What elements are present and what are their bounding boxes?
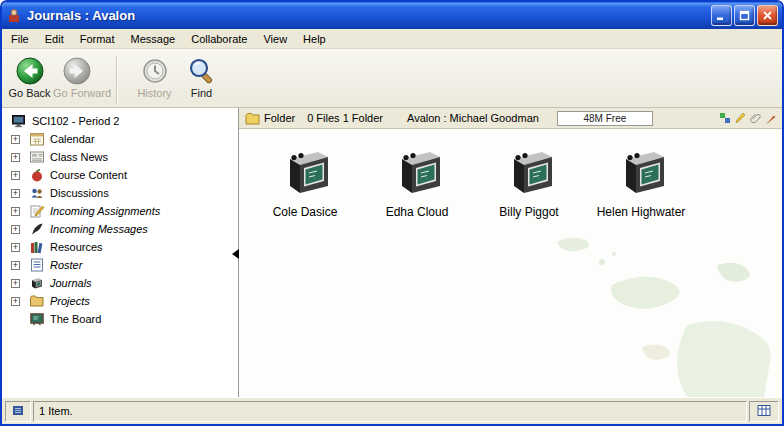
expander-icon[interactable]: [11, 135, 20, 144]
menu-file[interactable]: File: [3, 29, 37, 48]
tree-item-label: Resources: [50, 241, 103, 253]
menu-bar: File Edit Format Message Collaborate Vie…: [2, 29, 782, 49]
tree-item-label: Discussions: [50, 187, 109, 199]
computer-icon: [11, 113, 27, 129]
expander-icon[interactable]: [11, 279, 20, 288]
find-button[interactable]: Find: [178, 52, 225, 99]
expander-icon[interactable]: [11, 261, 20, 270]
find-label: Find: [178, 87, 225, 99]
tree-item-discussions[interactable]: Discussions: [2, 184, 238, 202]
app-icon: [6, 8, 22, 24]
chalkboard-icon: [29, 311, 45, 327]
expander-icon[interactable]: [11, 171, 20, 180]
toolbar: Go Back Go Forward History: [2, 49, 782, 108]
history-icon: [131, 54, 178, 87]
tree-item-label: Calendar: [50, 133, 95, 145]
pencil-icon[interactable]: [734, 112, 746, 124]
history-button: History: [131, 52, 178, 99]
tree-item-label: Roster: [50, 259, 82, 271]
history-label: History: [131, 87, 178, 99]
tree-item-label: Journals: [50, 277, 92, 289]
back-arrow-icon: [6, 54, 53, 87]
journal-name: Helen Highwater: [597, 205, 686, 219]
journal-name: Edha Cloud: [386, 205, 449, 219]
view-toggle-icon[interactable]: [719, 112, 731, 124]
expander-icon[interactable]: [11, 225, 20, 234]
journal-book-icon: [500, 148, 558, 200]
clip-icon[interactable]: [749, 112, 761, 124]
pane-collapse-arrow[interactable]: [232, 249, 239, 259]
status-right-panel: [749, 401, 779, 422]
close-button[interactable]: [757, 5, 778, 26]
content-header: Folder 0 Files 1 Folder Avalon : Michael…: [239, 108, 782, 129]
expander-icon[interactable]: [11, 297, 20, 306]
tree-item-course-content[interactable]: Course Content: [2, 166, 238, 184]
menu-help[interactable]: Help: [295, 29, 334, 48]
tree-item-class-news[interactable]: Class News: [2, 148, 238, 166]
tree-item-label: Class News: [50, 151, 108, 163]
map-watermark: [462, 207, 782, 397]
tree-item-projects[interactable]: Projects: [2, 292, 238, 310]
tree-item-label: The Board: [50, 313, 101, 325]
item-type-label: Folder: [264, 112, 295, 124]
status-bar: 1 Item.: [2, 397, 782, 424]
journal-mini-icon: [12, 404, 24, 419]
newspaper-icon: [29, 149, 45, 165]
content-pane: Folder 0 Files 1 Folder Avalon : Michael…: [239, 108, 782, 397]
menu-edit[interactable]: Edit: [37, 29, 72, 48]
tree-item-label: Incoming Messages: [50, 223, 148, 235]
magnifier-icon: [178, 54, 225, 87]
menu-format[interactable]: Format: [72, 29, 123, 48]
apple-icon: [29, 167, 45, 183]
expander-icon[interactable]: [11, 243, 20, 252]
window-title: Journals : Avalon: [27, 8, 135, 23]
go-back-button[interactable]: Go Back: [6, 52, 53, 99]
expander-icon[interactable]: [11, 153, 20, 162]
journal-list: Cole Dasice Edha Cloud Billy Piggot: [249, 148, 697, 219]
tree-item-calendar[interactable]: Calendar: [2, 130, 238, 148]
journal-book-icon: [388, 148, 446, 200]
books-icon: [29, 239, 45, 255]
tree-item-incoming-assignments[interactable]: Incoming Assignments: [2, 202, 238, 220]
brush-icon[interactable]: [764, 112, 776, 124]
tree-item-label: Projects: [50, 295, 90, 307]
app-window: Journals : Avalon File Edit Format Messa…: [0, 0, 784, 426]
tree-item-roster[interactable]: Roster: [2, 256, 238, 274]
journal-book-icon: [612, 148, 670, 200]
go-forward-button: Go Forward: [53, 52, 100, 99]
tree-item-incoming-messages[interactable]: Incoming Messages: [2, 220, 238, 238]
maximize-button[interactable]: [734, 5, 755, 26]
grid-view-icon[interactable]: [757, 404, 771, 419]
menu-message[interactable]: Message: [123, 29, 184, 48]
tree-root-class[interactable]: SCI102 - Period 2: [2, 112, 238, 130]
folder-icon: [29, 293, 45, 309]
minimize-button[interactable]: [711, 5, 732, 26]
tree-item-the-board[interactable]: The Board: [2, 310, 238, 328]
title-bar[interactable]: Journals : Avalon: [2, 2, 782, 29]
folder-icon: [245, 112, 260, 125]
journal-name: Billy Piggot: [499, 205, 558, 219]
expander-icon[interactable]: [11, 189, 20, 198]
tree-root-label: SCI102 - Period 2: [32, 115, 119, 127]
folder-view[interactable]: Cole Dasice Edha Cloud Billy Piggot: [239, 129, 782, 397]
status-left-panel: [5, 401, 31, 422]
tree-item-resources[interactable]: Resources: [2, 238, 238, 256]
header-tool-icons: [719, 112, 776, 124]
journal-item-edha-cloud[interactable]: Edha Cloud: [361, 148, 473, 219]
pencil-paper-icon: [29, 203, 45, 219]
expander-icon[interactable]: [11, 207, 20, 216]
journal-name: Cole Dasice: [273, 205, 338, 219]
journal-item-billy-piggot[interactable]: Billy Piggot: [473, 148, 585, 219]
status-text-panel: 1 Item.: [33, 401, 747, 422]
menu-view[interactable]: View: [255, 29, 295, 48]
tree-item-journals[interactable]: Journals: [2, 274, 238, 292]
main-area: SCI102 - Period 2 Calendar Class News: [2, 108, 782, 397]
people-icon: [29, 185, 45, 201]
go-back-label: Go Back: [6, 87, 53, 99]
tree-item-label: Course Content: [50, 169, 127, 181]
journal-item-cole-dasice[interactable]: Cole Dasice: [249, 148, 361, 219]
journal-book-icon: [29, 275, 45, 291]
menu-collaborate[interactable]: Collaborate: [183, 29, 255, 48]
quill-icon: [29, 221, 45, 237]
journal-item-helen-highwater[interactable]: Helen Highwater: [585, 148, 697, 219]
